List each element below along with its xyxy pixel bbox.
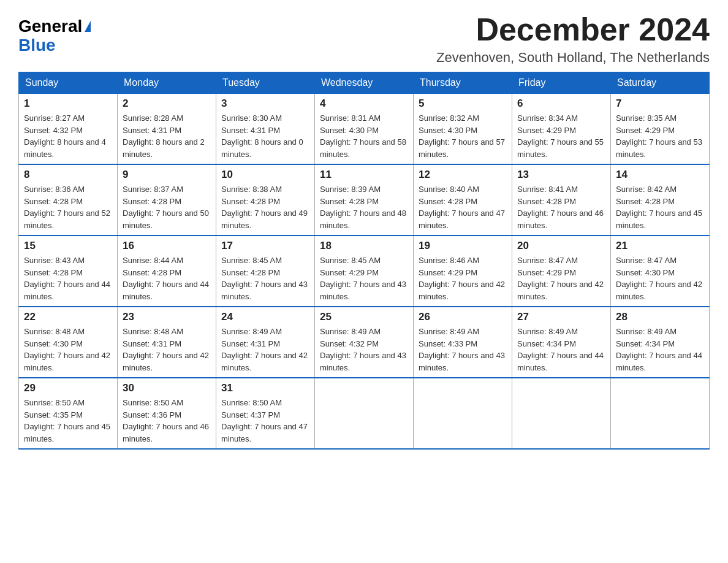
day-number: 1 [24,98,112,110]
day-number: 6 [517,98,605,110]
calendar-cell: 27 Sunrise: 8:49 AM Sunset: 4:34 PM Dayl… [512,307,611,378]
day-info: Sunrise: 8:36 AM Sunset: 4:28 PM Dayligh… [24,183,112,231]
month-title: December 2024 [436,12,710,47]
day-number: 7 [616,98,704,110]
day-info: Sunrise: 8:38 AM Sunset: 4:28 PM Dayligh… [221,183,309,231]
day-number: 5 [419,98,507,110]
day-number: 29 [24,382,112,394]
day-info: Sunrise: 8:49 AM Sunset: 4:34 PM Dayligh… [517,326,605,373]
week-row-3: 15 Sunrise: 8:43 AM Sunset: 4:28 PM Dayl… [19,236,710,307]
day-info: Sunrise: 8:30 AM Sunset: 4:31 PM Dayligh… [221,112,309,160]
day-number: 26 [419,311,507,323]
day-number: 30 [123,382,211,394]
day-number: 22 [24,311,112,323]
day-number: 12 [419,169,507,181]
calendar-cell [315,378,414,449]
logo-general-text: General [18,17,82,36]
day-info: Sunrise: 8:35 AM Sunset: 4:29 PM Dayligh… [616,112,704,160]
calendar-cell: 12 Sunrise: 8:40 AM Sunset: 4:28 PM Dayl… [414,164,512,236]
calendar-cell: 21 Sunrise: 8:47 AM Sunset: 4:30 PM Dayl… [611,236,710,307]
header-day-wednesday: Wednesday [315,72,414,94]
title-area: December 2024 Zevenhoven, South Holland,… [436,12,710,66]
calendar-cell: 18 Sunrise: 8:45 AM Sunset: 4:29 PM Dayl… [315,236,414,307]
calendar-cell: 5 Sunrise: 8:32 AM Sunset: 4:30 PM Dayli… [414,94,512,165]
calendar-cell: 3 Sunrise: 8:30 AM Sunset: 4:31 PM Dayli… [216,94,315,165]
day-info: Sunrise: 8:46 AM Sunset: 4:29 PM Dayligh… [419,255,507,302]
calendar-cell: 30 Sunrise: 8:50 AM Sunset: 4:36 PM Dayl… [118,378,216,449]
day-info: Sunrise: 8:43 AM Sunset: 4:28 PM Dayligh… [24,255,112,302]
day-info: Sunrise: 8:48 AM Sunset: 4:31 PM Dayligh… [123,326,211,373]
day-number: 4 [320,98,408,110]
day-number: 20 [517,240,605,252]
calendar-cell: 6 Sunrise: 8:34 AM Sunset: 4:29 PM Dayli… [512,94,611,165]
day-info: Sunrise: 8:45 AM Sunset: 4:28 PM Dayligh… [221,255,309,302]
calendar-cell [611,378,710,449]
week-row-4: 22 Sunrise: 8:48 AM Sunset: 4:30 PM Dayl… [19,307,710,378]
day-number: 14 [616,169,704,181]
calendar-cell: 16 Sunrise: 8:44 AM Sunset: 4:28 PM Dayl… [118,236,216,307]
day-number: 2 [123,98,211,110]
header-day-saturday: Saturday [611,72,710,94]
calendar-cell: 14 Sunrise: 8:42 AM Sunset: 4:28 PM Dayl… [611,164,710,236]
day-info: Sunrise: 8:45 AM Sunset: 4:29 PM Dayligh… [320,255,408,302]
day-number: 19 [419,240,507,252]
day-info: Sunrise: 8:32 AM Sunset: 4:30 PM Dayligh… [419,112,507,160]
day-number: 16 [123,240,211,252]
day-info: Sunrise: 8:44 AM Sunset: 4:28 PM Dayligh… [123,255,211,302]
calendar-cell: 31 Sunrise: 8:50 AM Sunset: 4:37 PM Dayl… [216,378,315,449]
day-info: Sunrise: 8:50 AM Sunset: 4:37 PM Dayligh… [221,397,309,445]
calendar-cell: 19 Sunrise: 8:46 AM Sunset: 4:29 PM Dayl… [414,236,512,307]
day-number: 27 [517,311,605,323]
header-day-friday: Friday [512,72,611,94]
day-info: Sunrise: 8:49 AM Sunset: 4:31 PM Dayligh… [221,326,309,373]
calendar-cell: 15 Sunrise: 8:43 AM Sunset: 4:28 PM Dayl… [19,236,118,307]
day-info: Sunrise: 8:50 AM Sunset: 4:35 PM Dayligh… [24,397,112,445]
day-info: Sunrise: 8:34 AM Sunset: 4:29 PM Dayligh… [517,112,605,160]
day-number: 3 [221,98,309,110]
header-row: SundayMondayTuesdayWednesdayThursdayFrid… [19,72,710,94]
day-info: Sunrise: 8:41 AM Sunset: 4:28 PM Dayligh… [517,183,605,231]
day-info: Sunrise: 8:28 AM Sunset: 4:31 PM Dayligh… [123,112,211,160]
day-info: Sunrise: 8:48 AM Sunset: 4:30 PM Dayligh… [24,326,112,373]
calendar-cell: 2 Sunrise: 8:28 AM Sunset: 4:31 PM Dayli… [118,94,216,165]
day-info: Sunrise: 8:27 AM Sunset: 4:32 PM Dayligh… [24,112,112,160]
location-title: Zevenhoven, South Holland, The Netherlan… [436,50,710,66]
page-header: General Blue December 2024 Zevenhoven, S… [18,12,710,66]
week-row-1: 1 Sunrise: 8:27 AM Sunset: 4:32 PM Dayli… [19,94,710,165]
calendar-cell: 23 Sunrise: 8:48 AM Sunset: 4:31 PM Dayl… [118,307,216,378]
calendar-cell: 29 Sunrise: 8:50 AM Sunset: 4:35 PM Dayl… [19,378,118,449]
header-day-monday: Monday [118,72,216,94]
calendar-cell: 24 Sunrise: 8:49 AM Sunset: 4:31 PM Dayl… [216,307,315,378]
header-day-thursday: Thursday [414,72,512,94]
day-info: Sunrise: 8:49 AM Sunset: 4:32 PM Dayligh… [320,326,408,373]
day-number: 25 [320,311,408,323]
week-row-2: 8 Sunrise: 8:36 AM Sunset: 4:28 PM Dayli… [19,164,710,236]
calendar-cell: 22 Sunrise: 8:48 AM Sunset: 4:30 PM Dayl… [19,307,118,378]
day-number: 24 [221,311,309,323]
calendar-cell: 7 Sunrise: 8:35 AM Sunset: 4:29 PM Dayli… [611,94,710,165]
day-number: 10 [221,169,309,181]
logo-triangle-icon [85,21,91,32]
day-info: Sunrise: 8:49 AM Sunset: 4:33 PM Dayligh… [419,326,507,373]
day-number: 31 [221,382,309,394]
day-number: 28 [616,311,704,323]
logo-blue-text: Blue [18,36,56,55]
calendar-cell: 11 Sunrise: 8:39 AM Sunset: 4:28 PM Dayl… [315,164,414,236]
calendar-cell: 20 Sunrise: 8:47 AM Sunset: 4:29 PM Dayl… [512,236,611,307]
calendar-cell: 17 Sunrise: 8:45 AM Sunset: 4:28 PM Dayl… [216,236,315,307]
day-info: Sunrise: 8:31 AM Sunset: 4:30 PM Dayligh… [320,112,408,160]
calendar-cell: 8 Sunrise: 8:36 AM Sunset: 4:28 PM Dayli… [19,164,118,236]
logo: General Blue [18,17,91,55]
day-info: Sunrise: 8:49 AM Sunset: 4:34 PM Dayligh… [616,326,704,373]
day-info: Sunrise: 8:37 AM Sunset: 4:28 PM Dayligh… [123,183,211,231]
calendar-header: SundayMondayTuesdayWednesdayThursdayFrid… [19,72,710,94]
day-number: 15 [24,240,112,252]
calendar-cell: 10 Sunrise: 8:38 AM Sunset: 4:28 PM Dayl… [216,164,315,236]
calendar-cell: 4 Sunrise: 8:31 AM Sunset: 4:30 PM Dayli… [315,94,414,165]
day-number: 17 [221,240,309,252]
day-info: Sunrise: 8:50 AM Sunset: 4:36 PM Dayligh… [123,397,211,445]
day-info: Sunrise: 8:42 AM Sunset: 4:28 PM Dayligh… [616,183,704,231]
day-number: 23 [123,311,211,323]
week-row-5: 29 Sunrise: 8:50 AM Sunset: 4:35 PM Dayl… [19,378,710,449]
day-number: 13 [517,169,605,181]
